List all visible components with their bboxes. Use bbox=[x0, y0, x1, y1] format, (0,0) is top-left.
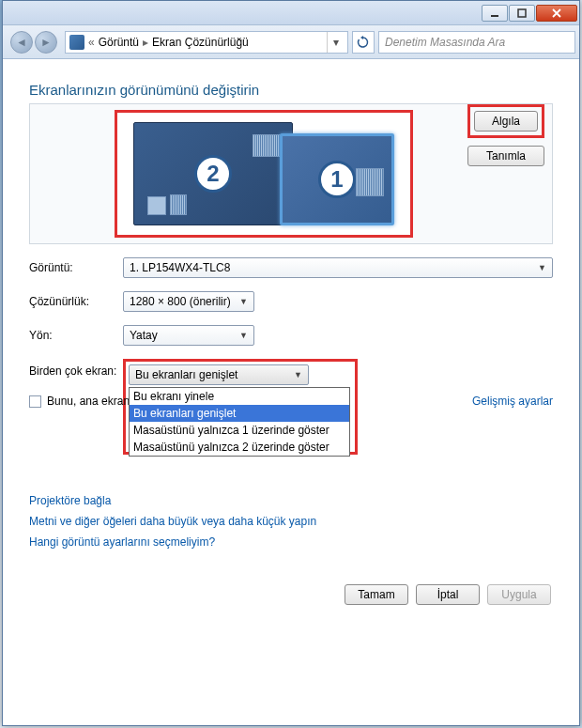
label-resolution: Çözünürlük: bbox=[29, 295, 123, 308]
window-thumb-icon bbox=[253, 134, 281, 157]
monitor-1[interactable]: 1 bbox=[280, 133, 394, 225]
label-primary: Bunu, ana ekran bbox=[47, 395, 130, 408]
multiple-displays-dropdown: Bu ekranı yinele Bu ekranları genişlet M… bbox=[129, 387, 350, 457]
display-select[interactable]: 1. LP154WX4-TLC8 ▼ bbox=[123, 257, 553, 278]
breadcrumb-sep: « bbox=[88, 36, 95, 49]
refresh-button[interactable] bbox=[352, 31, 375, 54]
titlebar bbox=[3, 1, 579, 25]
page-title: Ekranlarınızın görünümünü değiştirin bbox=[29, 82, 553, 98]
monitor-number: 2 bbox=[194, 155, 232, 193]
row-resolution: Çözünürlük: 1280 × 800 (önerilir) ▼ bbox=[29, 291, 553, 312]
window-thumb-icon bbox=[170, 194, 187, 215]
nav-back-forward: ◄ ► bbox=[7, 31, 61, 54]
monitor-number: 1 bbox=[318, 161, 356, 198]
breadcrumb-dropdown-icon[interactable]: ▾ bbox=[327, 32, 344, 53]
label-orientation: Yön: bbox=[29, 329, 123, 342]
display-select-value: 1. LP154WX4-TLC8 bbox=[130, 261, 230, 274]
orientation-select[interactable]: Yatay ▼ bbox=[123, 325, 254, 346]
window-thumb-icon bbox=[356, 168, 384, 196]
close-button[interactable] bbox=[536, 5, 577, 22]
window-thumb-icon bbox=[147, 196, 166, 215]
forward-button[interactable]: ► bbox=[35, 31, 57, 54]
projector-link[interactable]: Projektöre bağla bbox=[29, 494, 553, 507]
breadcrumb[interactable]: « Görüntü ▸ Ekran Çözünürlüğü ▾ bbox=[65, 31, 348, 54]
search-input[interactable]: Denetim Masasında Ara bbox=[378, 31, 575, 54]
identify-button[interactable]: Tanımla bbox=[467, 146, 544, 166]
chevron-down-icon: ▼ bbox=[538, 263, 546, 272]
row-display: Görüntü: 1. LP154WX4-TLC8 ▼ bbox=[29, 257, 553, 278]
chevron-down-icon: ▼ bbox=[239, 331, 248, 340]
resolution-select-value: 1280 × 800 (önerilir) bbox=[130, 295, 231, 308]
multiple-displays-select[interactable]: Bu ekranları genişlet ▼ bbox=[129, 364, 309, 385]
dropdown-option-duplicate[interactable]: Bu ekranı yinele bbox=[130, 388, 349, 405]
advanced-settings-link[interactable]: Gelişmiş ayarlar bbox=[472, 395, 553, 408]
svg-rect-1 bbox=[518, 9, 526, 17]
svg-rect-0 bbox=[491, 15, 498, 17]
orientation-select-value: Yatay bbox=[130, 329, 158, 342]
dropdown-option-only1[interactable]: Masaüstünü yalnızca 1 üzerinde göster bbox=[130, 422, 349, 439]
monitor-2[interactable]: 2 bbox=[133, 122, 293, 225]
dropdown-option-only2[interactable]: Masaüstünü yalnızca 2 üzerinde göster bbox=[130, 439, 349, 456]
monitor-arrangement-panel: 2 1 Algıla Tanımla bbox=[29, 103, 553, 244]
control-panel-icon bbox=[69, 35, 84, 50]
primary-display-checkbox[interactable] bbox=[29, 395, 41, 408]
apply-button[interactable]: Uygula bbox=[487, 584, 551, 605]
monitor-arrangement-highlight: 2 1 bbox=[115, 110, 413, 238]
chevron-right-icon: ▸ bbox=[143, 36, 148, 49]
text-size-link[interactable]: Metni ve diğer öğeleri daha büyük veya d… bbox=[29, 515, 553, 528]
help-links: Projektöre bağla Metni ve diğer öğeleri … bbox=[29, 494, 553, 549]
multiple-displays-value: Bu ekranları genişlet bbox=[135, 368, 237, 381]
ok-button[interactable]: Tamam bbox=[345, 584, 408, 605]
chevron-down-icon: ▼ bbox=[239, 297, 248, 306]
minimize-button[interactable] bbox=[482, 5, 508, 22]
breadcrumb-item-resolution[interactable]: Ekran Çözünürlüğü bbox=[152, 36, 249, 49]
label-multiple: Birden çok ekran: bbox=[29, 359, 123, 378]
maximize-button[interactable] bbox=[509, 5, 535, 22]
refresh-icon bbox=[357, 36, 370, 49]
dialog-actions: Tamam İptal Uygula bbox=[29, 584, 553, 605]
multiple-displays-highlight: Bu ekranları genişlet ▼ Bu ekranı yinele… bbox=[123, 359, 358, 455]
monitor-actions: Algıla Tanımla bbox=[467, 104, 544, 166]
which-settings-link[interactable]: Hangi görüntü ayarlarını seçmeliyim? bbox=[29, 535, 553, 549]
search-placeholder: Denetim Masasında Ara bbox=[385, 36, 505, 49]
breadcrumb-item-display[interactable]: Görüntü bbox=[99, 36, 139, 49]
window-frame: ◄ ► « Görüntü ▸ Ekran Çözünürlüğü ▾ Dene… bbox=[2, 0, 580, 726]
detect-highlight: Algıla bbox=[467, 104, 544, 138]
dropdown-option-extend[interactable]: Bu ekranları genişlet bbox=[130, 405, 349, 422]
content-area: Ekranlarınızın görünümünü değiştirin 2 1… bbox=[3, 59, 579, 614]
chevron-down-icon: ▼ bbox=[294, 370, 302, 379]
back-button[interactable]: ◄ bbox=[10, 31, 33, 54]
detect-button[interactable]: Algıla bbox=[474, 111, 538, 132]
resolution-select[interactable]: 1280 × 800 (önerilir) ▼ bbox=[123, 291, 254, 312]
label-display: Görüntü: bbox=[29, 261, 123, 274]
cancel-button[interactable]: İptal bbox=[416, 584, 480, 605]
row-orientation: Yön: Yatay ▼ bbox=[29, 325, 553, 346]
nav-bar: ◄ ► « Görüntü ▸ Ekran Çözünürlüğü ▾ Dene… bbox=[3, 25, 579, 59]
